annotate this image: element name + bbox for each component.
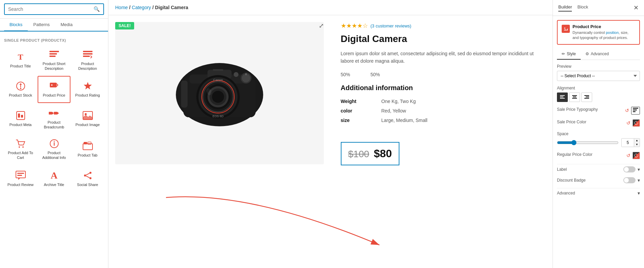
svg-rect-70 [633, 109, 637, 110]
svg-rect-71 [633, 111, 636, 112]
align-center-button[interactable] [569, 92, 580, 102]
typography-settings-button[interactable] [631, 107, 640, 115]
space-row: 5 ▲ ▼ [557, 138, 640, 147]
tab-block[interactable]: Block [577, 4, 588, 12]
search-input[interactable] [8, 6, 94, 12]
block-label: Product Meta [9, 122, 32, 127]
block-item-product-price[interactable]: Product Price [38, 76, 70, 103]
advanced-toggle-row: Advanced ▾ [557, 190, 640, 196]
alignment-label: Alignment [557, 86, 640, 90]
right-panel: Builder Block ✕ Product Price Dynamicall… [553, 0, 644, 268]
align-right-button[interactable] [581, 92, 592, 102]
block-item-product-review[interactable]: Product Review [4, 165, 37, 192]
block-item-product-title[interactable]: T Product Title [4, 45, 37, 75]
advanced-chevron-button[interactable]: ▾ [638, 190, 640, 196]
sale-price-color-picker[interactable] [632, 119, 640, 127]
alignment-field: Alignment [557, 86, 640, 102]
svg-point-32 [84, 174, 86, 177]
info-value: One Kg, Two Kg [381, 97, 543, 106]
block-label: Product Image [76, 122, 100, 127]
space-input[interactable]: 5 [622, 139, 634, 147]
svg-point-47 [212, 91, 224, 103]
block-item-archive-title[interactable]: A Archive Title [38, 165, 70, 192]
product-image-wrap: Canon EOS 6D [115, 22, 324, 164]
space-input-wrap: 5 ▲ ▼ [621, 138, 640, 147]
block-info-desc: Dynamically control position, size, and … [573, 30, 635, 41]
regular-price-color-picker[interactable] [632, 152, 640, 159]
canvas-content: SALE! ⤢ [108, 15, 553, 219]
block-item-product-desc[interactable]: Product Description [71, 45, 104, 75]
price-box: $100 $80 [341, 142, 399, 165]
svg-rect-3 [83, 51, 92, 52]
svg-rect-12 [18, 114, 20, 118]
svg-point-52 [242, 74, 250, 82]
block-item-additional-info[interactable]: Product Additional Info [38, 134, 70, 164]
alignment-row [557, 92, 640, 102]
reset-typography-button[interactable]: ↺ [625, 108, 629, 113]
block-item-product-rating[interactable]: Product Rating [71, 76, 104, 103]
additional-info: Additional information Weight One Kg, Tw… [341, 84, 543, 125]
block-item-product-breadcrumb[interactable]: Product Breadcrumb [38, 104, 70, 134]
expand-button[interactable]: ⤢ [319, 22, 324, 29]
product-additional-info-icon [49, 139, 60, 148]
tab-patterns[interactable]: Patterns [28, 19, 55, 32]
reset-sale-color-button[interactable]: ↺ [626, 120, 630, 126]
svg-rect-60 [560, 95, 565, 96]
space-arrows: ▲ ▼ [634, 139, 640, 147]
block-label: Product Add To Cart [7, 150, 34, 160]
svg-rect-11 [17, 111, 25, 120]
label-chevron-button[interactable]: ▾ [638, 167, 640, 172]
svg-point-59 [564, 27, 565, 29]
product-title-text: Digital Camera [341, 34, 543, 44]
right-panel-header: Builder Block ✕ [553, 0, 644, 16]
space-increment-button[interactable]: ▲ [634, 139, 640, 143]
panel-scroll: SINGLE PRODUCT (PRODUCTX) T Product Titl… [0, 32, 108, 268]
percent-row: 50% 50% [341, 72, 543, 77]
product-title-icon: T [15, 52, 26, 62]
tab-blocks[interactable]: Blocks [4, 19, 28, 32]
discount-badge-toggle-switch[interactable] [623, 177, 636, 183]
product-layout: SALE! ⤢ [108, 15, 553, 219]
product-short-desc-icon [49, 50, 60, 59]
reviews-link[interactable]: (3 customer reviews) [371, 23, 412, 28]
block-item-product-short-desc[interactable]: Product Short Description [38, 45, 70, 75]
search-input-wrap[interactable]: 🔍 [4, 3, 104, 15]
tab-style[interactable]: ✏ Style [557, 49, 581, 60]
product-camera-image: Canon EOS 6D [165, 39, 274, 147]
space-label: Space [557, 131, 640, 136]
info-row-weight: Weight One Kg, Two Kg [341, 97, 543, 106]
block-info-link[interactable]: position [606, 30, 619, 35]
block-item-product-image[interactable]: Product Image [71, 104, 104, 134]
block-label: Product Short Description [40, 61, 68, 71]
block-item-social-share[interactable]: Social Share [71, 165, 104, 192]
star-rating: ★★★★☆ [341, 22, 368, 29]
align-left-button[interactable] [557, 92, 568, 102]
breadcrumb-home[interactable]: Home [115, 5, 128, 10]
discount-badge-chevron-button[interactable]: ▾ [638, 178, 640, 183]
svg-rect-64 [573, 97, 576, 97]
sale-price-color-field: Sale Price Color ↺ [557, 119, 640, 127]
block-item-product-meta[interactable]: Product Meta [4, 104, 37, 134]
space-slider[interactable] [557, 140, 619, 145]
tab-media[interactable]: Media [55, 19, 78, 32]
style-tab-label: Style [567, 51, 576, 56]
label-toggle-switch[interactable] [623, 166, 636, 172]
right-scroll: Preview -- Select Product -- Alignment [553, 60, 644, 268]
product-image-col: SALE! ⤢ [108, 15, 331, 219]
tab-builder[interactable]: Builder [558, 4, 572, 12]
tabs-row: Blocks Patterns Media [0, 19, 108, 32]
price-section: $100 $80 [341, 132, 543, 165]
reset-regular-color-button[interactable]: ↺ [626, 153, 630, 158]
close-button[interactable]: ✕ [633, 4, 639, 12]
space-decrement-button[interactable]: ▼ [634, 143, 640, 147]
svg-point-20 [19, 146, 20, 148]
breadcrumb-category[interactable]: Category [132, 5, 151, 10]
block-item-product-tab[interactable]: Product Tab [71, 134, 104, 164]
icon-action-group2: ↺ [626, 119, 640, 127]
block-item-add-to-cart[interactable]: Product Add To Cart [4, 134, 37, 164]
tab-advanced[interactable]: ⚙ Advanced [581, 49, 614, 60]
block-item-product-stock[interactable]: Product Stock [4, 76, 37, 103]
preview-select[interactable]: -- Select Product -- [557, 71, 640, 81]
svg-marker-17 [57, 112, 59, 115]
svg-text:EOS 6D: EOS 6D [212, 115, 224, 118]
